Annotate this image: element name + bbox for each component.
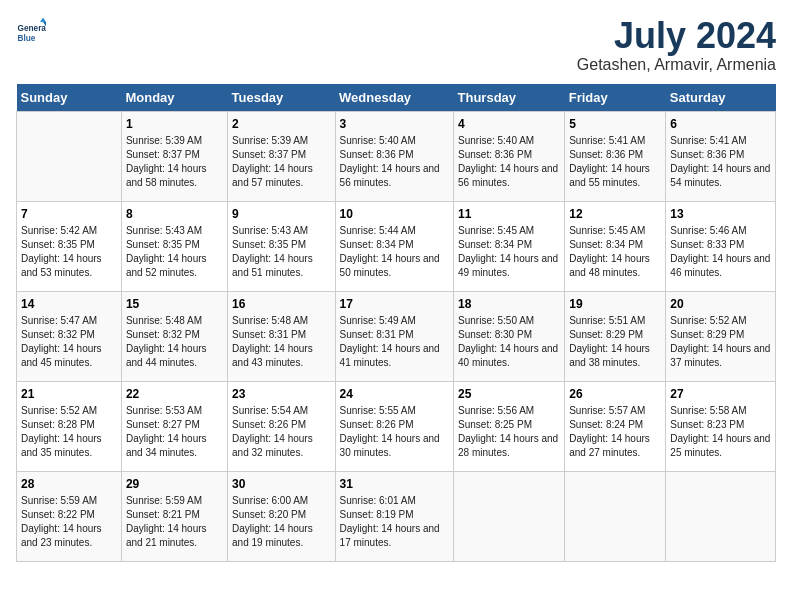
day-number: 23 [232, 386, 331, 403]
subtitle: Getashen, Armavir, Armenia [577, 56, 776, 74]
day-number: 17 [340, 296, 449, 313]
header-day-monday: Monday [121, 84, 227, 112]
day-info: Sunrise: 5:48 AMSunset: 8:32 PMDaylight:… [126, 314, 223, 370]
calendar-cell: 1Sunrise: 5:39 AMSunset: 8:37 PMDaylight… [121, 111, 227, 201]
day-number: 14 [21, 296, 117, 313]
day-info: Sunrise: 5:52 AMSunset: 8:28 PMDaylight:… [21, 404, 117, 460]
day-number: 2 [232, 116, 331, 133]
day-number: 28 [21, 476, 117, 493]
day-number: 21 [21, 386, 117, 403]
calendar-cell: 12Sunrise: 5:45 AMSunset: 8:34 PMDayligh… [565, 201, 666, 291]
day-info: Sunrise: 5:41 AMSunset: 8:36 PMDaylight:… [569, 134, 661, 190]
calendar-header-row: SundayMondayTuesdayWednesdayThursdayFrid… [17, 84, 776, 112]
header-day-wednesday: Wednesday [335, 84, 453, 112]
day-number: 30 [232, 476, 331, 493]
header-day-thursday: Thursday [454, 84, 565, 112]
header: General Blue July 2024 Getashen, Armavir… [16, 16, 776, 74]
calendar-cell: 29Sunrise: 5:59 AMSunset: 8:21 PMDayligh… [121, 471, 227, 561]
calendar-cell: 17Sunrise: 5:49 AMSunset: 8:31 PMDayligh… [335, 291, 453, 381]
svg-text:General: General [18, 24, 47, 33]
day-info: Sunrise: 5:57 AMSunset: 8:24 PMDaylight:… [569, 404, 661, 460]
day-number: 16 [232, 296, 331, 313]
logo: General Blue [16, 16, 46, 46]
day-number: 18 [458, 296, 560, 313]
title-area: July 2024 Getashen, Armavir, Armenia [577, 16, 776, 74]
day-info: Sunrise: 5:46 AMSunset: 8:33 PMDaylight:… [670, 224, 771, 280]
calendar-cell: 9Sunrise: 5:43 AMSunset: 8:35 PMDaylight… [228, 201, 336, 291]
calendar-cell: 13Sunrise: 5:46 AMSunset: 8:33 PMDayligh… [666, 201, 776, 291]
day-number: 25 [458, 386, 560, 403]
day-info: Sunrise: 5:39 AMSunset: 8:37 PMDaylight:… [232, 134, 331, 190]
day-info: Sunrise: 5:42 AMSunset: 8:35 PMDaylight:… [21, 224, 117, 280]
calendar-cell: 2Sunrise: 5:39 AMSunset: 8:37 PMDaylight… [228, 111, 336, 201]
day-number: 9 [232, 206, 331, 223]
calendar-cell: 23Sunrise: 5:54 AMSunset: 8:26 PMDayligh… [228, 381, 336, 471]
day-number: 4 [458, 116, 560, 133]
day-number: 3 [340, 116, 449, 133]
header-day-friday: Friday [565, 84, 666, 112]
day-info: Sunrise: 5:49 AMSunset: 8:31 PMDaylight:… [340, 314, 449, 370]
calendar-cell: 20Sunrise: 5:52 AMSunset: 8:29 PMDayligh… [666, 291, 776, 381]
calendar-week-5: 28Sunrise: 5:59 AMSunset: 8:22 PMDayligh… [17, 471, 776, 561]
day-number: 11 [458, 206, 560, 223]
day-info: Sunrise: 5:40 AMSunset: 8:36 PMDaylight:… [340, 134, 449, 190]
day-info: Sunrise: 5:45 AMSunset: 8:34 PMDaylight:… [569, 224, 661, 280]
day-info: Sunrise: 5:51 AMSunset: 8:29 PMDaylight:… [569, 314, 661, 370]
day-number: 27 [670, 386, 771, 403]
day-info: Sunrise: 5:58 AMSunset: 8:23 PMDaylight:… [670, 404, 771, 460]
day-info: Sunrise: 5:44 AMSunset: 8:34 PMDaylight:… [340, 224, 449, 280]
calendar-cell [454, 471, 565, 561]
day-number: 22 [126, 386, 223, 403]
calendar-cell: 15Sunrise: 5:48 AMSunset: 8:32 PMDayligh… [121, 291, 227, 381]
day-number: 19 [569, 296, 661, 313]
day-number: 8 [126, 206, 223, 223]
day-number: 24 [340, 386, 449, 403]
calendar-cell: 8Sunrise: 5:43 AMSunset: 8:35 PMDaylight… [121, 201, 227, 291]
day-number: 26 [569, 386, 661, 403]
day-number: 1 [126, 116, 223, 133]
day-number: 15 [126, 296, 223, 313]
calendar-week-4: 21Sunrise: 5:52 AMSunset: 8:28 PMDayligh… [17, 381, 776, 471]
calendar-cell [17, 111, 122, 201]
main-title: July 2024 [577, 16, 776, 56]
calendar-cell: 4Sunrise: 5:40 AMSunset: 8:36 PMDaylight… [454, 111, 565, 201]
calendar-cell: 14Sunrise: 5:47 AMSunset: 8:32 PMDayligh… [17, 291, 122, 381]
day-info: Sunrise: 5:45 AMSunset: 8:34 PMDaylight:… [458, 224, 560, 280]
calendar-week-2: 7Sunrise: 5:42 AMSunset: 8:35 PMDaylight… [17, 201, 776, 291]
calendar-cell: 28Sunrise: 5:59 AMSunset: 8:22 PMDayligh… [17, 471, 122, 561]
day-number: 13 [670, 206, 771, 223]
day-info: Sunrise: 5:59 AMSunset: 8:21 PMDaylight:… [126, 494, 223, 550]
day-info: Sunrise: 5:39 AMSunset: 8:37 PMDaylight:… [126, 134, 223, 190]
calendar-cell: 6Sunrise: 5:41 AMSunset: 8:36 PMDaylight… [666, 111, 776, 201]
calendar-cell: 18Sunrise: 5:50 AMSunset: 8:30 PMDayligh… [454, 291, 565, 381]
day-info: Sunrise: 5:43 AMSunset: 8:35 PMDaylight:… [126, 224, 223, 280]
calendar-week-3: 14Sunrise: 5:47 AMSunset: 8:32 PMDayligh… [17, 291, 776, 381]
day-info: Sunrise: 5:48 AMSunset: 8:31 PMDaylight:… [232, 314, 331, 370]
calendar-cell: 7Sunrise: 5:42 AMSunset: 8:35 PMDaylight… [17, 201, 122, 291]
calendar-week-1: 1Sunrise: 5:39 AMSunset: 8:37 PMDaylight… [17, 111, 776, 201]
day-info: Sunrise: 5:50 AMSunset: 8:30 PMDaylight:… [458, 314, 560, 370]
day-number: 5 [569, 116, 661, 133]
calendar-cell: 5Sunrise: 5:41 AMSunset: 8:36 PMDaylight… [565, 111, 666, 201]
day-info: Sunrise: 5:55 AMSunset: 8:26 PMDaylight:… [340, 404, 449, 460]
day-number: 20 [670, 296, 771, 313]
calendar-cell: 19Sunrise: 5:51 AMSunset: 8:29 PMDayligh… [565, 291, 666, 381]
day-number: 31 [340, 476, 449, 493]
calendar-cell: 16Sunrise: 5:48 AMSunset: 8:31 PMDayligh… [228, 291, 336, 381]
day-info: Sunrise: 5:40 AMSunset: 8:36 PMDaylight:… [458, 134, 560, 190]
calendar-cell: 30Sunrise: 6:00 AMSunset: 8:20 PMDayligh… [228, 471, 336, 561]
day-number: 6 [670, 116, 771, 133]
calendar-table: SundayMondayTuesdayWednesdayThursdayFrid… [16, 84, 776, 562]
day-info: Sunrise: 6:01 AMSunset: 8:19 PMDaylight:… [340, 494, 449, 550]
calendar-cell: 21Sunrise: 5:52 AMSunset: 8:28 PMDayligh… [17, 381, 122, 471]
calendar-cell: 31Sunrise: 6:01 AMSunset: 8:19 PMDayligh… [335, 471, 453, 561]
day-number: 29 [126, 476, 223, 493]
svg-text:Blue: Blue [18, 34, 36, 43]
day-info: Sunrise: 5:47 AMSunset: 8:32 PMDaylight:… [21, 314, 117, 370]
logo-icon: General Blue [16, 16, 46, 46]
day-info: Sunrise: 5:43 AMSunset: 8:35 PMDaylight:… [232, 224, 331, 280]
svg-marker-2 [40, 18, 46, 23]
calendar-cell [666, 471, 776, 561]
day-info: Sunrise: 5:52 AMSunset: 8:29 PMDaylight:… [670, 314, 771, 370]
calendar-cell [565, 471, 666, 561]
